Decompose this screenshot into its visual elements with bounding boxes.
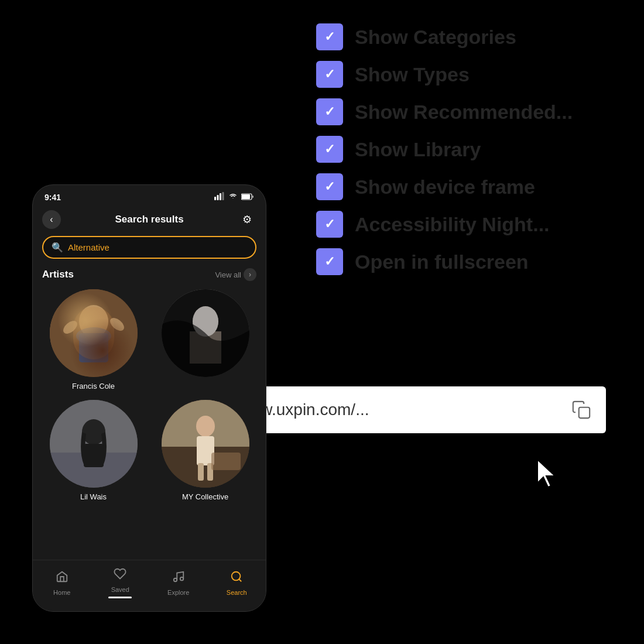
- view-all-button[interactable]: View all ›: [215, 268, 256, 281]
- svg-rect-1: [214, 197, 216, 200]
- checklist-item-4[interactable]: Show Library: [316, 136, 609, 163]
- artist-name-lil-wais: Lil Wais: [80, 492, 107, 501]
- search-icon: 🔍: [52, 242, 63, 253]
- svg-point-33: [174, 578, 177, 581]
- checklist-item-1[interactable]: Show Categories: [316, 23, 609, 50]
- svg-rect-7: [252, 196, 254, 198]
- nav-explore[interactable]: Explore: [149, 570, 208, 596]
- search-nav-icon: [230, 570, 243, 587]
- nav-search[interactable]: Search: [208, 570, 266, 596]
- artists-label: Artists: [42, 269, 74, 280]
- explore-icon: [172, 570, 185, 587]
- status-icons: [214, 192, 254, 202]
- checklist-label-3: Show Recommended...: [355, 101, 573, 124]
- page-title: Search results: [115, 214, 183, 225]
- svg-point-34: [180, 577, 184, 580]
- checkbox-4[interactable]: [316, 136, 343, 163]
- nav-saved-label: Saved: [111, 586, 129, 593]
- artists-section: Artists View all ›: [33, 268, 266, 501]
- avatar-francis-cole: [50, 289, 138, 377]
- checklist-label-4: Show Library: [355, 138, 481, 161]
- saved-icon: [114, 567, 126, 584]
- mouse-cursor: [533, 457, 562, 492]
- nav-saved-indicator: [108, 597, 132, 598]
- search-value: Alternative: [68, 242, 109, 252]
- back-button[interactable]: ‹: [42, 210, 61, 229]
- svg-point-28: [196, 416, 215, 437]
- settings-button[interactable]: ⚙: [238, 210, 256, 229]
- status-time: 9:41: [44, 193, 61, 202]
- artists-header: Artists View all ›: [42, 268, 256, 281]
- checkbox-7[interactable]: [316, 248, 343, 275]
- checklist-item-3[interactable]: Show Recommended...: [316, 98, 609, 125]
- svg-rect-8: [50, 289, 138, 377]
- checkbox-3[interactable]: [316, 98, 343, 125]
- avatar-lil-wais: [50, 400, 138, 488]
- svg-point-13: [61, 318, 80, 336]
- checklist-item-5[interactable]: Show device frame: [316, 173, 609, 200]
- checklist-item-2[interactable]: Show Types: [316, 61, 609, 88]
- bottom-nav: Home Saved Explore: [33, 560, 266, 611]
- wifi-icon: [228, 192, 238, 202]
- view-all-text: View all: [215, 270, 241, 279]
- svg-rect-6: [242, 194, 250, 199]
- checklist-label-6: Accessibility Night...: [355, 213, 550, 236]
- nav-home-label: Home: [53, 589, 70, 596]
- checkbox-6[interactable]: [316, 211, 343, 238]
- checklist-label-2: Show Types: [355, 63, 470, 86]
- nav-explore-label: Explore: [167, 589, 189, 596]
- checklist-panel: Show Categories Show Types Show Recommen…: [316, 23, 609, 286]
- battery-icon: [241, 193, 254, 202]
- svg-rect-0: [579, 407, 590, 418]
- checklist-label-7: Open in fullscreen: [355, 251, 529, 273]
- checkbox-1[interactable]: [316, 23, 343, 50]
- phone-mockup: 9:41: [32, 184, 266, 612]
- svg-rect-10: [79, 333, 108, 362]
- signal-icon: [214, 192, 225, 202]
- artist-name-francis-cole: Francis Cole: [72, 382, 115, 390]
- svg-rect-3: [220, 193, 221, 200]
- artist-item-francis-cole[interactable]: Francis Cole: [42, 289, 145, 390]
- copy-icon[interactable]: [568, 397, 594, 423]
- nav-search-label: Search: [227, 589, 247, 596]
- checklist-label-1: Show Categories: [355, 26, 516, 49]
- view-all-arrow-icon: ›: [244, 268, 256, 281]
- checklist-item-6[interactable]: Accessibility Night...: [316, 211, 609, 238]
- artists-grid: Francis Cole: [42, 289, 256, 501]
- search-bar[interactable]: 🔍 Alternative: [42, 236, 256, 259]
- svg-rect-2: [217, 195, 219, 200]
- svg-point-14: [108, 316, 126, 333]
- checklist-label-5: Show device frame: [355, 176, 535, 198]
- home-icon: [56, 570, 68, 587]
- phone-header: ‹ Search results ⚙: [33, 205, 266, 236]
- nav-saved[interactable]: Saved: [91, 567, 150, 598]
- svg-rect-32: [211, 453, 241, 470]
- svg-rect-30: [198, 463, 204, 481]
- artist-item-lil-wais[interactable]: Lil Wais: [42, 400, 145, 501]
- svg-rect-24: [84, 444, 104, 467]
- svg-point-11: [76, 327, 111, 345]
- avatar-my-collective: [162, 400, 249, 488]
- svg-point-35: [232, 571, 241, 580]
- avatar-artist-2: [162, 289, 249, 377]
- svg-point-9: [79, 305, 108, 338]
- checkbox-2[interactable]: [316, 61, 343, 88]
- artist-name-my-collective: MY Collective: [182, 492, 228, 501]
- artist-item-2[interactable]: [154, 289, 256, 390]
- checkbox-5[interactable]: [316, 173, 343, 200]
- artist-item-my-collective[interactable]: MY Collective: [154, 400, 256, 501]
- svg-rect-4: [222, 192, 224, 200]
- svg-rect-12: [73, 307, 114, 359]
- checklist-item-7[interactable]: Open in fullscreen: [316, 248, 609, 275]
- nav-home[interactable]: Home: [33, 570, 91, 596]
- svg-point-23: [82, 419, 105, 445]
- status-bar: 9:41: [33, 185, 266, 205]
